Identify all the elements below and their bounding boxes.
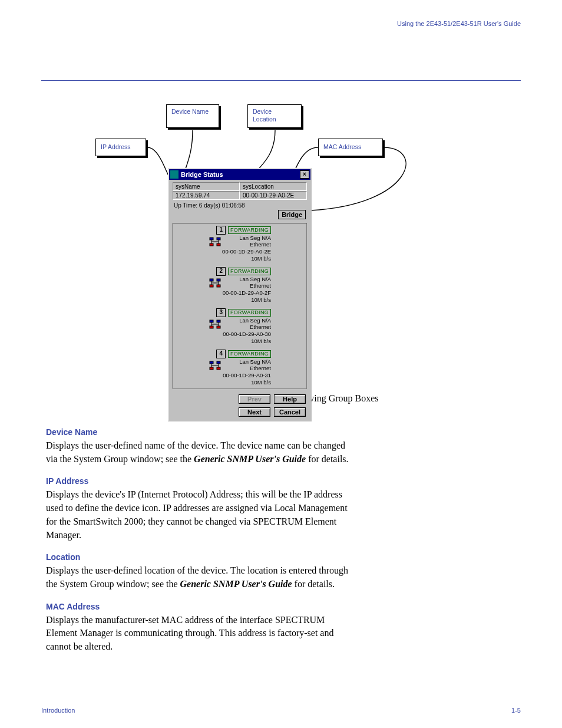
callout-device-location: Device Location xyxy=(247,104,302,128)
def-ip-body: Displays the device's IP (Internet Proto… xyxy=(46,488,358,542)
bridge-icon xyxy=(208,319,222,331)
svg-rect-17 xyxy=(217,326,220,328)
port-state: FORWARDING xyxy=(228,350,271,358)
close-icon[interactable]: × xyxy=(300,170,309,179)
titlebar[interactable]: Bridge Status × xyxy=(169,169,310,180)
port-mac: 00-00-1D-29-A0-2E xyxy=(207,248,271,255)
port-speed: 10M b/s xyxy=(207,297,271,304)
footer-page-number: 1-5 xyxy=(511,707,521,714)
window-sysmenu-icon[interactable] xyxy=(170,170,178,179)
sysname-field[interactable]: sysName xyxy=(173,182,240,191)
ports-area: 1 FORWARDING Lan Seg N/A Ethernet xyxy=(173,223,307,389)
page-section: Using the 2E43-51/2E43-51R User's Guide xyxy=(397,20,521,27)
svg-rect-8 xyxy=(217,279,220,281)
port-speed: 10M b/s xyxy=(207,379,271,386)
def-mac-head: MAC Address xyxy=(46,602,358,611)
prev-button[interactable]: Prev xyxy=(239,394,270,404)
callout-ip-address: IP Address xyxy=(95,139,146,156)
port-mac: 00-00-1D-29-A0-31 xyxy=(207,372,271,379)
ip-field: 172.19.59.74 xyxy=(173,191,240,200)
svg-rect-15 xyxy=(217,320,220,322)
def-mac-body: Displays the manufacturer-set MAC addres… xyxy=(46,614,358,654)
bridge-tab[interactable]: Bridge xyxy=(278,210,306,219)
port-3[interactable]: 3 FORWARDING Lan Seg N/A Ethernet xyxy=(207,308,273,345)
port-4[interactable]: 4 FORWARDING Lan Seg N/A Ethernet xyxy=(207,350,273,386)
svg-rect-14 xyxy=(210,320,213,322)
page-footer: Introduction 1-5 xyxy=(41,707,521,714)
callout-device-name: Device Name xyxy=(166,104,219,128)
port-1[interactable]: 1 FORWARDING Lan Seg N/A Ethernet xyxy=(207,226,273,262)
def-ip-head: IP Address xyxy=(46,476,358,486)
def-name-body: Displays the user-defined name of the de… xyxy=(46,439,358,466)
svg-rect-7 xyxy=(210,279,213,281)
svg-rect-23 xyxy=(210,367,213,370)
svg-rect-1 xyxy=(217,238,220,240)
def-name-head: Device Name xyxy=(46,427,358,437)
port-number[interactable]: 4 xyxy=(216,350,226,358)
next-button[interactable]: Next xyxy=(239,407,270,417)
callout-mac-address: MAC Address xyxy=(318,139,383,156)
body-text: Device Name Displays the user-defined na… xyxy=(46,427,358,654)
svg-rect-24 xyxy=(217,367,220,370)
bridge-icon xyxy=(208,360,222,372)
svg-rect-3 xyxy=(217,243,220,246)
svg-rect-10 xyxy=(217,285,220,287)
port-number[interactable]: 3 xyxy=(216,308,226,317)
def-loc-head: Location xyxy=(46,552,358,562)
port-state: FORWARDING xyxy=(228,309,271,317)
port-2[interactable]: 2 FORWARDING Lan Seg N/A Ethernet xyxy=(207,267,273,304)
port-mac: 00-00-1D-29-A0-30 xyxy=(207,331,271,338)
port-number[interactable]: 2 xyxy=(216,267,226,276)
figure: Device Name Device Location IP Address M… xyxy=(95,104,467,381)
syslocation-field[interactable]: sysLocation xyxy=(240,182,307,191)
port-speed: 10M b/s xyxy=(207,255,271,262)
device-info-grid: sysName sysLocation 172.19.59.74 00-00-1… xyxy=(169,180,310,201)
bridge-icon xyxy=(208,278,222,289)
mac-field: 00-00-1D-29-A0-2E xyxy=(240,191,307,200)
def-loc-body: Displays the user-defined location of th… xyxy=(46,564,358,591)
svg-rect-2 xyxy=(210,243,213,246)
port-speed: 10M b/s xyxy=(207,338,271,345)
svg-rect-9 xyxy=(210,285,213,287)
footer-chapter: Introduction xyxy=(41,707,75,714)
port-mac: 00-00-1D-29-A0-2F xyxy=(207,289,271,297)
help-button[interactable]: Help xyxy=(274,394,306,404)
bridge-icon xyxy=(208,236,222,248)
window-title: Bridge Status xyxy=(181,171,300,178)
header-rule xyxy=(41,80,521,81)
svg-rect-22 xyxy=(217,361,220,364)
port-state: FORWARDING xyxy=(228,268,271,275)
svg-rect-0 xyxy=(210,238,213,240)
svg-rect-16 xyxy=(210,326,213,328)
cancel-button[interactable]: Cancel xyxy=(274,407,306,417)
svg-rect-21 xyxy=(210,361,213,364)
port-state: FORWARDING xyxy=(228,226,271,234)
bridge-status-window: Bridge Status × sysName sysLocation 172.… xyxy=(168,168,312,421)
port-number[interactable]: 1 xyxy=(216,226,226,235)
